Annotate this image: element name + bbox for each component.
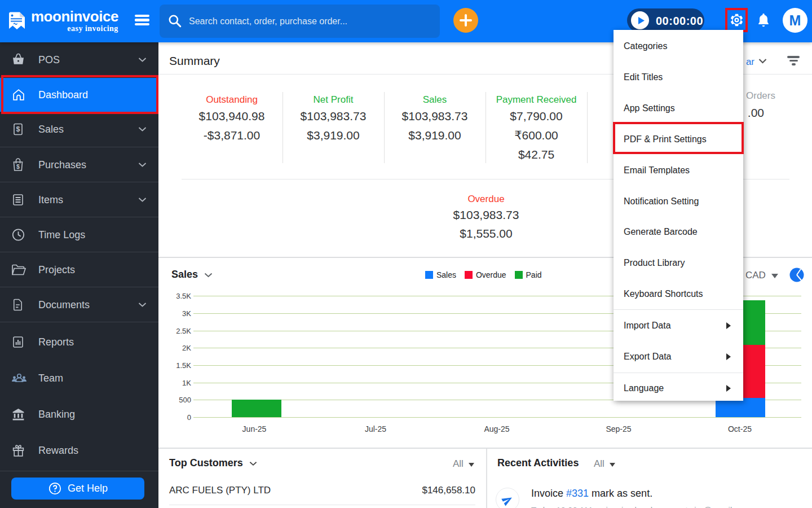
svg-text:$: $ xyxy=(16,125,20,133)
svg-text:$: $ xyxy=(16,163,20,169)
